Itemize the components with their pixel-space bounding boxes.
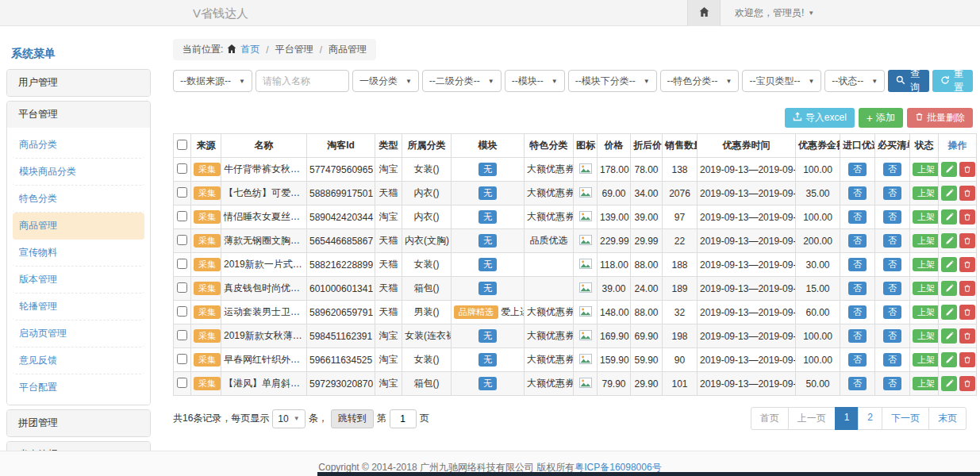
import-select-toggle[interactable]: 否 — [848, 329, 867, 343]
import-select-toggle[interactable]: 否 — [848, 282, 867, 295]
filter-select[interactable]: --特色分类--▼ — [660, 70, 740, 92]
status-toggle[interactable]: 上架 — [913, 186, 939, 200]
row-checkbox[interactable] — [177, 235, 187, 245]
row-checkbox[interactable] — [177, 163, 187, 174]
status-toggle[interactable]: 上架 — [913, 305, 939, 319]
row-checkbox[interactable] — [177, 282, 187, 293]
filter-select[interactable]: --数据来源--▼ — [173, 70, 252, 92]
edit-button[interactable] — [941, 328, 957, 344]
must-buy-toggle[interactable]: 否 — [883, 377, 901, 390]
row-checkbox[interactable] — [177, 211, 187, 221]
add-button[interactable]: + 添加 — [859, 108, 903, 128]
page-button[interactable]: 下一页 — [882, 407, 929, 430]
import-select-toggle[interactable]: 否 — [848, 305, 867, 319]
sidebar-item[interactable]: 版本管理 — [13, 267, 144, 294]
edit-button[interactable] — [941, 186, 957, 201]
edit-button[interactable] — [941, 305, 957, 320]
filter-select[interactable]: --宝贝类型--▼ — [742, 70, 821, 92]
import-select-toggle[interactable]: 否 — [848, 377, 867, 390]
delete-button[interactable] — [959, 305, 975, 320]
reset-button[interactable]: 重置 — [932, 70, 973, 92]
sidebar-item[interactable]: 特色分类 — [13, 186, 144, 213]
must-buy-toggle[interactable]: 否 — [883, 163, 901, 176]
sidebar-item[interactable]: 轮播管理 — [13, 294, 144, 321]
edit-button[interactable] — [941, 233, 957, 248]
import-select-toggle[interactable]: 否 — [848, 210, 867, 224]
row-checkbox[interactable] — [177, 330, 187, 340]
breadcrumb-home-link[interactable]: 首页 — [240, 43, 259, 56]
status-toggle[interactable]: 上架 — [913, 210, 939, 224]
import-select-toggle[interactable]: 否 — [848, 353, 867, 367]
page-button[interactable]: 末页 — [928, 407, 967, 430]
edit-button[interactable] — [941, 376, 957, 391]
home-button[interactable] — [687, 0, 721, 26]
page-number-input[interactable] — [390, 409, 417, 428]
name-search-input[interactable] — [256, 70, 349, 92]
must-buy-toggle[interactable]: 否 — [883, 234, 901, 248]
filter-select[interactable]: --状态--▼ — [824, 70, 885, 92]
row-checkbox[interactable] — [177, 306, 187, 317]
filter-select[interactable]: --模块--▼ — [505, 70, 565, 92]
page-button[interactable]: 上一页 — [788, 407, 836, 430]
status-toggle[interactable]: 上架 — [913, 258, 939, 271]
delete-button[interactable] — [959, 186, 975, 201]
delete-button[interactable] — [959, 257, 975, 272]
filter-select[interactable]: 一级分类▼ — [352, 70, 419, 92]
status-toggle[interactable]: 上架 — [913, 329, 939, 343]
page-button[interactable]: 首页 — [751, 407, 789, 430]
sidebar-group-header[interactable]: 拼团管理 — [7, 410, 150, 436]
delete-button[interactable] — [959, 209, 975, 225]
status-toggle[interactable]: 上架 — [913, 234, 939, 248]
must-buy-toggle[interactable]: 否 — [883, 353, 901, 367]
row-checkbox[interactable] — [177, 378, 187, 388]
row-checkbox[interactable] — [177, 187, 187, 198]
status-toggle[interactable]: 上架 — [913, 353, 939, 367]
sidebar-item[interactable]: 宣传物料 — [13, 240, 144, 267]
delete-button[interactable] — [959, 162, 975, 177]
import-select-toggle[interactable]: 否 — [848, 234, 867, 248]
delete-button[interactable] — [959, 328, 975, 344]
status-toggle[interactable]: 上架 — [913, 377, 939, 390]
delete-button[interactable] — [959, 352, 975, 367]
import-select-toggle[interactable]: 否 — [848, 258, 867, 271]
status-toggle[interactable]: 上架 — [913, 282, 939, 295]
search-button[interactable]: 查询 — [888, 70, 928, 92]
edit-button[interactable] — [941, 352, 957, 367]
row-checkbox[interactable] — [177, 354, 187, 364]
import-select-toggle[interactable]: 否 — [848, 163, 867, 176]
must-buy-toggle[interactable]: 否 — [883, 186, 901, 200]
user-menu[interactable]: 欢迎您，管理员! ▼ — [735, 6, 814, 20]
sidebar-item[interactable]: 意见反馈 — [13, 347, 144, 374]
import-excel-button[interactable]: 导入excel — [785, 108, 855, 128]
page-button[interactable]: 1 — [835, 407, 859, 430]
must-buy-toggle[interactable]: 否 — [883, 329, 901, 343]
select-all-checkbox[interactable] — [177, 140, 187, 150]
edit-button[interactable] — [941, 162, 957, 177]
sidebar-group-header[interactable]: 平台管理 — [7, 102, 150, 128]
page-button[interactable]: 2 — [858, 407, 882, 430]
status-toggle[interactable]: 上架 — [913, 163, 939, 176]
delete-button[interactable] — [959, 233, 975, 248]
sidebar-item[interactable]: 模块商品分类 — [13, 159, 144, 186]
sidebar-item[interactable]: 商品管理 — [13, 213, 144, 240]
row-checkbox[interactable] — [177, 259, 187, 269]
delete-button[interactable] — [959, 281, 975, 296]
filter-select[interactable]: --模块下分类--▼ — [568, 70, 657, 92]
sidebar-item[interactable]: 启动页管理 — [13, 321, 144, 347]
must-buy-toggle[interactable]: 否 — [883, 258, 901, 271]
must-buy-toggle[interactable]: 否 — [883, 305, 901, 319]
delete-button[interactable] — [959, 376, 975, 391]
must-buy-toggle[interactable]: 否 — [883, 282, 901, 295]
per-page-select[interactable]: 10 ▼ — [272, 409, 305, 428]
import-select-toggle[interactable]: 否 — [848, 186, 867, 200]
sidebar-group-header[interactable]: 用户管理 — [7, 70, 150, 96]
must-buy-toggle[interactable]: 否 — [883, 210, 901, 224]
batch-delete-button[interactable]: 批量删除 — [907, 108, 973, 128]
sidebar-item[interactable]: 平台配置 — [13, 374, 144, 401]
jump-button[interactable]: 跳转到 — [331, 409, 374, 428]
sidebar-item[interactable]: 商品分类 — [13, 132, 144, 159]
edit-button[interactable] — [941, 281, 957, 296]
filter-select[interactable]: --二级分类--▼ — [422, 70, 502, 92]
icp-link[interactable]: 粤ICP备16098006号 — [575, 462, 661, 473]
edit-button[interactable] — [941, 209, 957, 225]
